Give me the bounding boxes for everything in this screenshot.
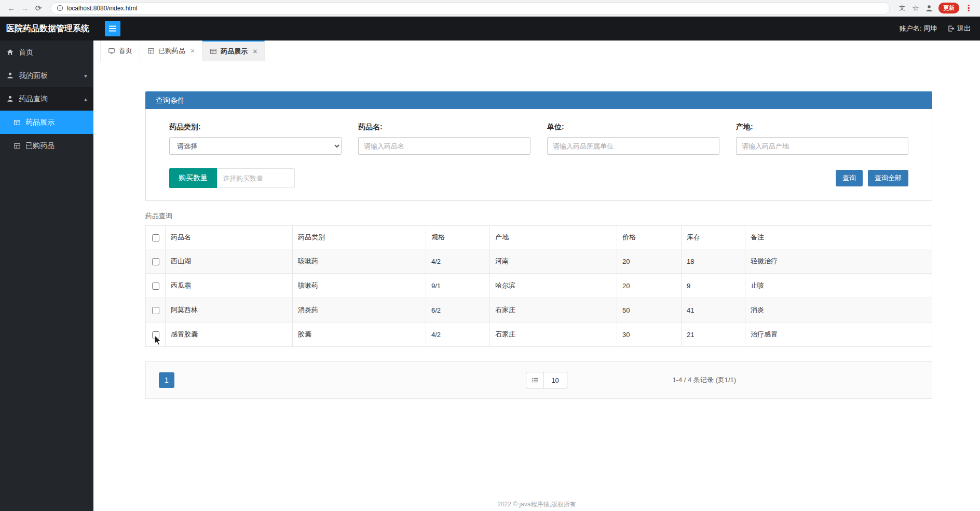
- cell: 石家庄: [490, 298, 617, 322]
- sidebar-item-purchased-drugs[interactable]: 已购药品: [0, 134, 93, 157]
- sidebar-item-label: 药品展示: [25, 118, 55, 127]
- translate-icon[interactable]: 文: [896, 2, 908, 15]
- page-content: 查询条件 药品类别: 请选择 药品名:: [93, 61, 980, 511]
- field-label: 单位:: [547, 123, 719, 132]
- column-header: 药品名: [166, 226, 293, 249]
- page-size-input[interactable]: [543, 372, 567, 388]
- cell: 消炎药: [293, 298, 426, 322]
- drug-category-select[interactable]: 请选择: [169, 137, 342, 155]
- back-icon[interactable]: ←: [5, 2, 18, 15]
- tab-purchased-drugs[interactable]: 已购药品 ×: [140, 41, 202, 61]
- cell: 20: [617, 274, 682, 298]
- pagination-bar: 1 1-4 / 4 条记录 (页1/1): [145, 361, 932, 399]
- cell: 9/1: [426, 274, 490, 298]
- row-checkbox[interactable]: [152, 283, 159, 290]
- column-header: 备注: [745, 226, 932, 249]
- hamburger-icon: [109, 25, 116, 32]
- page-list-button[interactable]: [526, 372, 543, 388]
- column-header: 库存: [682, 226, 745, 249]
- table-row: 阿莫西林 消炎药 6/2 石家庄 50 41 消炎: [146, 298, 932, 322]
- app-header: 医院药品数据管理系统 账户名: 周坤 退出: [0, 17, 980, 41]
- chevron-down-icon: ▾: [84, 72, 87, 79]
- chevron-up-icon: ▴: [84, 96, 87, 103]
- sidebar-item-label: 药品查询: [19, 95, 48, 104]
- footer-copyright: 2022 © java程序猿,版权所有: [93, 500, 980, 509]
- row-checkbox[interactable]: [152, 258, 159, 265]
- close-icon[interactable]: ×: [190, 47, 195, 55]
- tab-label: 已购药品: [158, 46, 185, 56]
- sidebar-item-label: 我的面板: [19, 71, 48, 80]
- tab-home[interactable]: 首页: [100, 41, 140, 61]
- sidebar-toggle-button[interactable]: [105, 21, 120, 36]
- row-checkbox[interactable]: [152, 331, 159, 339]
- address-bar[interactable]: localhost:8080/index.html: [51, 2, 890, 15]
- cell: 消炎: [745, 298, 932, 322]
- query-panel: 查询条件 药品类别: 请选择 药品名:: [145, 91, 932, 201]
- column-header: 规格: [426, 226, 490, 249]
- cell: 4/2: [426, 249, 490, 274]
- cell: 4/2: [426, 322, 490, 347]
- tab-drug-display[interactable]: 药品展示 ×: [202, 41, 265, 61]
- cell: 21: [682, 322, 745, 347]
- field-unit: 单位:: [547, 123, 719, 155]
- browser-update-button[interactable]: 更新: [938, 3, 959, 14]
- logout-button[interactable]: 退出: [947, 24, 971, 33]
- main-area: 首页 已购药品 × 药品展示 × 查询条件 药品类别:: [93, 41, 980, 511]
- user-icon: [6, 72, 14, 79]
- unit-input[interactable]: [547, 137, 719, 155]
- cell: 咳嗽药: [293, 274, 426, 298]
- table-caption: 药品查询: [145, 211, 932, 221]
- purchase-quantity-button[interactable]: 购买数量: [169, 168, 217, 188]
- app-title: 医院药品数据管理系统: [0, 23, 93, 34]
- origin-input[interactable]: [736, 137, 908, 155]
- sidebar-item-drug-display[interactable]: 药品展示: [0, 111, 93, 134]
- cell: 石家庄: [490, 322, 617, 347]
- tab-label: 药品展示: [221, 47, 248, 56]
- query-panel-body: 药品类别: 请选择 药品名: 单位:: [145, 109, 932, 201]
- search-all-button[interactable]: 查询全部: [868, 170, 908, 186]
- page-info-icon[interactable]: [57, 5, 63, 11]
- table-row: 西山湖 咳嗽药 4/2 河南 20 18 轻微治疗: [146, 249, 932, 274]
- refresh-icon[interactable]: ⟳: [32, 2, 45, 15]
- logout-icon: [947, 25, 955, 32]
- forward-icon[interactable]: →: [19, 2, 31, 15]
- cell: 20: [617, 249, 682, 274]
- select-all-checkbox[interactable]: [152, 234, 159, 241]
- browser-menu-icon[interactable]: ⋮: [962, 2, 975, 15]
- sidebar-item-home[interactable]: 首页: [0, 41, 93, 64]
- header-right: 账户名: 周坤 退出: [900, 24, 980, 33]
- search-button[interactable]: 查询: [836, 170, 863, 186]
- table-row: 感冒胶囊 胶囊 4/2 石家庄 30 21 治疗感冒: [146, 322, 932, 347]
- query-panel-title: 查询条件: [145, 91, 932, 109]
- cell: 30: [617, 322, 682, 347]
- profile-icon[interactable]: [923, 2, 935, 15]
- row-checkbox[interactable]: [152, 307, 159, 314]
- table-icon: [210, 48, 217, 55]
- drug-name-input[interactable]: [358, 137, 530, 155]
- table-icon: [147, 47, 155, 55]
- list-icon: [531, 376, 539, 384]
- page-1-button[interactable]: 1: [159, 372, 174, 388]
- field-drug-name: 药品名:: [358, 123, 530, 155]
- desktop-icon: [108, 47, 115, 55]
- account-name: 账户名: 周坤: [900, 24, 937, 33]
- record-info: 1-4 / 4 条记录 (页1/1): [672, 375, 736, 385]
- home-icon: [6, 48, 14, 56]
- sidebar-item-my-panel[interactable]: 我的面板 ▾: [0, 64, 93, 87]
- cell: 西瓜霜: [166, 274, 293, 298]
- cell: 胶囊: [293, 322, 426, 347]
- tab-bar: 首页 已购药品 × 药品展示 ×: [93, 41, 980, 61]
- bookmark-star-icon[interactable]: ☆: [909, 2, 922, 15]
- close-icon[interactable]: ×: [253, 47, 257, 56]
- cell: 河南: [490, 249, 617, 274]
- field-origin: 产地:: [736, 123, 908, 155]
- cell: 哈尔滨: [490, 274, 617, 298]
- cell: 西山湖: [166, 249, 293, 274]
- cell: 41: [682, 298, 745, 322]
- purchase-quantity-input[interactable]: [217, 168, 295, 188]
- cell: 6/2: [426, 298, 490, 322]
- cell: 咳嗽药: [293, 249, 426, 274]
- table-header-row: 药品名 药品类别 规格 产地 价格 库存 备注: [146, 226, 932, 249]
- sidebar-item-drug-query[interactable]: 药品查询 ▴: [0, 87, 93, 111]
- logout-label: 退出: [957, 24, 971, 33]
